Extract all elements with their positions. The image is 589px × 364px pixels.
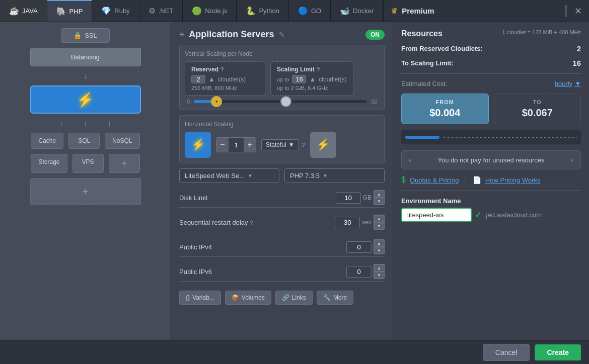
reserved-help-icon[interactable]: ? [220, 66, 224, 72]
mid-panel: ≡ Application Servers ✎ ON Vertical Scal… [171, 22, 393, 340]
seq-restart-row: Sequential restart delay ? 30 sec ▲ ▼ [179, 213, 385, 232]
balancing-box[interactable]: Balancing [30, 48, 141, 66]
stateful-help-icon[interactable]: ? [302, 142, 305, 148]
slider-thumb-limit[interactable] [280, 96, 291, 107]
slider-thumb-reserved[interactable]: ✦ [211, 96, 222, 107]
small-boxes-row: Cache SQL NoSQL [31, 133, 139, 149]
banner-next-icon[interactable]: › [571, 156, 573, 164]
banner-prev-icon[interactable]: ‹ [409, 156, 411, 164]
ipv4-value[interactable]: 0 [346, 241, 372, 253]
more-icon: 🔧 [323, 294, 331, 301]
web-server-dropdown[interactable]: LiteSpeed Web Se... ▼ [179, 168, 279, 183]
stepper-minus[interactable]: − [216, 138, 229, 152]
seq-restart-up[interactable]: ▲ [374, 215, 384, 222]
tab-go[interactable]: 🔵 GO [289, 0, 331, 22]
cache-label: Cache [38, 137, 56, 144]
variables-button[interactable]: {} Variab... [179, 291, 221, 305]
estimated-row: Estimated Cost: hourly ▼ [401, 80, 581, 87]
ruby-icon: 💎 [101, 6, 111, 16]
tab-php[interactable]: 🐘 PHP [47, 0, 93, 22]
reserved-cloudlet-row: 2 ▲ cloudlet(s) [191, 75, 259, 83]
stepper-plus[interactable]: + [244, 138, 256, 152]
edit-icon[interactable]: ✎ [279, 31, 285, 39]
storage-box[interactable]: Storage [31, 154, 67, 173]
doc-icon: 📄 [473, 176, 481, 184]
env-name-input[interactable] [401, 208, 472, 222]
resources-title: Resources [401, 29, 443, 38]
storage-label: Storage [38, 158, 59, 165]
tab-go-label: GO [311, 7, 321, 15]
arrow-left: ↓ [59, 119, 63, 128]
ipv4-down[interactable]: ▼ [374, 247, 384, 254]
scaling-spinner-up[interactable]: ▲ [309, 75, 316, 83]
volumes-label: Volumes [242, 294, 265, 301]
tab-java[interactable]: ☕ JAVA [0, 0, 47, 22]
cache-box[interactable]: Cache [31, 133, 63, 149]
tab-ruby[interactable]: 💎 Ruby [92, 0, 139, 22]
link-separator: | [465, 176, 466, 184]
scaling-limit-help-icon[interactable]: ? [317, 66, 320, 72]
seq-restart-unit: sec [362, 219, 372, 226]
ipv6-input-row: 0 ▲ ▼ [346, 264, 385, 279]
sql-box[interactable]: SQL [68, 133, 100, 149]
quotas-pricing-link[interactable]: Quotas & Pricing [410, 176, 459, 184]
tab-net[interactable]: ⚙ .NET [139, 0, 183, 22]
hourly-select[interactable]: hourly ▼ [555, 80, 581, 87]
ipv6-up[interactable]: ▲ [374, 264, 384, 271]
variables-label: Variab... [192, 294, 214, 301]
docker-icon: 🐋 [340, 6, 350, 16]
scaling-limit-num[interactable]: 16 [292, 75, 306, 83]
tab-docker[interactable]: 🐋 Docker [331, 0, 383, 22]
balancing-label: Balancing [71, 53, 100, 61]
ipv4-spinner: ▲ ▼ [374, 239, 385, 254]
disk-limit-down[interactable]: ▼ [374, 198, 384, 205]
close-button[interactable]: ✕ [567, 0, 589, 22]
tab-php-label: PHP [69, 8, 83, 15]
server-box[interactable]: ⚡ [30, 85, 141, 114]
price-from-label: FROM [409, 99, 481, 105]
main-layout: 🔒 SSL Balancing ↓ ⚡ ↓ ↓ ↓ Cache SQL NoSQ… [0, 22, 589, 340]
nodejs-icon: 🟢 [192, 6, 202, 16]
premium-label: Premium [402, 7, 434, 15]
scaling-limit-title: Scaling Limit ? [277, 66, 347, 73]
hourly-label: hourly [555, 80, 572, 87]
seq-restart-spinner: ▲ ▼ [374, 215, 385, 230]
ipv6-value[interactable]: 0 [346, 266, 372, 278]
toggle-on[interactable]: ON [365, 30, 385, 40]
add-node-button[interactable]: + [109, 154, 140, 173]
tab-python[interactable]: 🐍 Python [237, 0, 288, 22]
price-cards: FROM $0.004 TO $0.067 [401, 94, 581, 124]
cancel-button[interactable]: Cancel [483, 344, 530, 361]
how-pricing-label: How Pricing Works [485, 176, 541, 184]
price-slider-fill [405, 136, 439, 139]
tab-nodejs[interactable]: 🟢 Node.js [183, 0, 237, 22]
vps-box[interactable]: VPS [72, 154, 104, 173]
add-more-button[interactable]: + [30, 178, 141, 205]
disk-limit-up[interactable]: ▲ [374, 191, 384, 198]
volumes-button[interactable]: 📦 Volumes [225, 291, 271, 305]
ipv4-up[interactable]: ▲ [374, 240, 384, 247]
links-button[interactable]: 🔗 Links [275, 291, 313, 305]
reserved-info: 256 MiB, 800 MHz [191, 85, 259, 91]
php-version-label: PHP 7.3.5 [290, 172, 320, 179]
seq-restart-down[interactable]: ▼ [374, 222, 384, 229]
scaling-limit-box: Scaling Limit ? up to 16 ▲ cloudlet(s) u… [270, 61, 353, 96]
ssl-button[interactable]: 🔒 SSL [61, 28, 110, 43]
reserved-num[interactable]: 2 [191, 75, 205, 83]
more-button[interactable]: 🔧 More [317, 291, 353, 305]
how-pricing-link[interactable]: How Pricing Works [485, 176, 541, 184]
create-button[interactable]: Create [535, 344, 581, 360]
ipv6-down[interactable]: ▼ [374, 271, 384, 279]
stateful-select[interactable]: Stateful ▼ [261, 139, 299, 150]
php-version-dropdown[interactable]: PHP 7.3.5 ▼ [284, 168, 385, 183]
vertical-scaling-section: Vertical Scaling per Node Reserved ? 2 ▲… [179, 45, 385, 110]
links-icon: 🔗 [282, 294, 289, 301]
disk-limit-value[interactable]: 10 [336, 192, 361, 204]
nosql-box[interactable]: NoSQL [105, 133, 139, 149]
seq-restart-value[interactable]: 30 [335, 217, 360, 228]
panel-title: Application Servers [189, 29, 274, 40]
seq-restart-help-icon[interactable]: ? [250, 220, 253, 226]
reserved-spinner-up[interactable]: ▲ [208, 75, 215, 83]
scaling-slider[interactable]: ✦ [194, 100, 367, 103]
bottom-toolbar: {} Variab... 📦 Volumes 🔗 Links 🔧 More [179, 287, 385, 305]
